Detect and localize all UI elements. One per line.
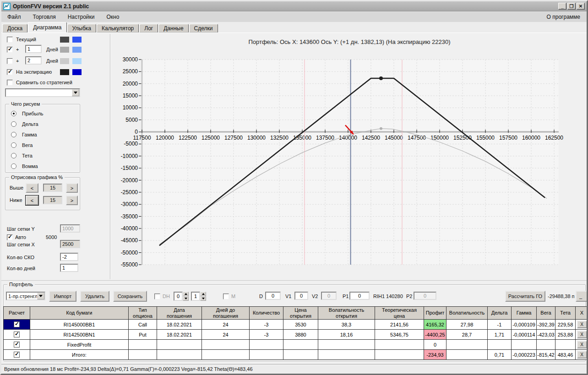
cell: 18.02.2021	[157, 320, 202, 330]
import-button[interactable]: Импорт	[49, 291, 76, 302]
v2-input[interactable]: 0	[321, 292, 337, 300]
cell: -3	[250, 330, 283, 340]
tab-calculator[interactable]: Калькулятор	[97, 24, 139, 33]
calc-cell[interactable]	[4, 330, 30, 340]
instrument-label: RIH1 140280	[373, 293, 403, 299]
calc-checkbox[interactable]	[14, 321, 20, 327]
strategy-select[interactable]: 1-пр.стренгл	[6, 292, 45, 300]
m-checkbox[interactable]	[223, 293, 229, 299]
cell: -392,39	[537, 320, 555, 330]
menu-about[interactable]: О программе	[540, 12, 587, 22]
radio-theta[interactable]	[11, 153, 16, 158]
d-input[interactable]: 0	[265, 292, 281, 300]
cell	[446, 350, 488, 360]
menu-bar: Файл Торговля Настройки Окно О программе	[1, 12, 587, 22]
render-below-increase-button[interactable]: >	[66, 196, 78, 205]
spin-up-icon	[200, 292, 206, 296]
series-expiration-color-swatch-1[interactable]	[60, 69, 69, 75]
dh-label: DH	[163, 293, 170, 299]
sko-count-input[interactable]: -2	[60, 253, 78, 261]
cell	[537, 340, 555, 350]
calc-margin-button[interactable]: Рассчитать ГО	[505, 291, 545, 302]
menu-window[interactable]: Окно	[101, 12, 125, 22]
series-current-checkbox[interactable]	[7, 37, 13, 43]
delete-cell[interactable]: X	[576, 320, 588, 330]
tab-trades[interactable]: Сделки	[189, 24, 218, 33]
calc-checkbox[interactable]	[14, 342, 20, 348]
table-row: RI142500BN1Put18.02.202124-3388018,16534…	[4, 330, 588, 340]
series-current-color-swatch-2[interactable]	[72, 37, 82, 43]
dropdown-arrow-icon[interactable]	[37, 293, 44, 299]
status-text: Время обновления 18 мс Profit=-234,93 De…	[4, 366, 253, 372]
delete-row-button[interactable]: X	[577, 341, 587, 348]
series-current-color-swatch-1[interactable]	[60, 37, 69, 43]
delete-row-button[interactable]: X	[577, 331, 587, 338]
delete-row-button[interactable]: X	[577, 321, 587, 328]
calc-cell[interactable]	[4, 320, 30, 330]
radio-vomma[interactable]	[11, 163, 16, 169]
days-count-input[interactable]: 1	[60, 264, 78, 272]
delete-row-button[interactable]: X	[577, 351, 587, 359]
v1-input[interactable]: 0	[294, 292, 308, 300]
menu-settings[interactable]: Настройки	[62, 12, 101, 22]
menu-file[interactable]: Файл	[1, 12, 27, 22]
series-plus2-color-swatch-1[interactable]	[60, 58, 69, 64]
render-above-decrease-button[interactable]: <	[26, 183, 38, 193]
radio-profit[interactable]	[11, 111, 16, 116]
series-plus1-days-input[interactable]: 1	[25, 45, 42, 53]
tab-smile[interactable]: Улыбка	[67, 24, 97, 33]
cell: FixedProfit	[30, 340, 129, 350]
series-expiration-checkbox[interactable]	[7, 69, 13, 75]
minimize-button[interactable]: _	[558, 3, 566, 10]
series-expiration-color-swatch-2[interactable]	[72, 69, 82, 75]
status-bar: Время обновления 18 мс Profit=-234,93 De…	[1, 364, 588, 374]
grid-step-x-input[interactable]: 2500	[60, 240, 80, 248]
series-plus1-color-swatch-2[interactable]	[72, 47, 82, 53]
radio-gamma[interactable]	[11, 132, 16, 137]
render-above-value[interactable]: 15	[43, 184, 62, 192]
p2-label: P2	[406, 293, 412, 299]
p1-input[interactable]: 0	[349, 292, 370, 300]
maximize-button[interactable]: ❐	[567, 3, 576, 10]
dh-spinner-1[interactable]: 0	[174, 292, 189, 301]
tab-diagram[interactable]: Диаграмма	[28, 22, 66, 33]
series-plus2-days-input[interactable]: 2	[25, 56, 42, 65]
grid-step-y-input[interactable]: 1000	[60, 224, 80, 233]
series-plus2-checkbox[interactable]	[7, 58, 13, 64]
delete-cell[interactable]: X	[576, 330, 588, 340]
delete-cell[interactable]: X	[576, 340, 588, 350]
dh-spinner-2[interactable]: 1	[191, 292, 206, 301]
delete-button[interactable]: Удалить	[80, 291, 109, 302]
calc-cell[interactable]	[4, 350, 30, 360]
tab-log[interactable]: Лог	[139, 24, 158, 33]
cell	[157, 350, 202, 360]
calc-cell[interactable]	[4, 340, 30, 350]
series-plus1-checkbox[interactable]	[7, 47, 13, 53]
cell: -423,03	[537, 330, 555, 340]
delete-cell[interactable]: X	[576, 350, 588, 360]
compare-strategy-select[interactable]	[5, 88, 80, 97]
auto-grid-checkbox[interactable]	[7, 234, 13, 240]
save-button[interactable]: Сохранить	[113, 291, 147, 302]
render-below-value[interactable]: 15	[43, 196, 62, 204]
draw-what-group: Чего рисуем ПрибыльДельтаГаммаВегаТетаВо…	[5, 104, 80, 173]
radio-vega[interactable]	[11, 142, 16, 148]
table-row: Итого:-234,930,71-0,000223-815,42483,46X	[4, 350, 588, 360]
render-below-decrease-button[interactable]: <	[26, 196, 38, 205]
menu-trading[interactable]: Торговля	[27, 12, 62, 22]
tab-data[interactable]: Данные	[158, 24, 188, 33]
dh-checkbox[interactable]	[154, 293, 160, 299]
tab-board[interactable]: Доска	[2, 24, 27, 33]
calc-checkbox[interactable]	[14, 352, 20, 358]
corner-button[interactable]: _	[576, 291, 588, 302]
calc-checkbox[interactable]	[14, 332, 20, 337]
series-plus2-color-swatch-2[interactable]	[72, 58, 82, 64]
profit-chart[interactable]: -55000-50000-45000-40000-35000-30000-250…	[111, 52, 588, 279]
radio-delta[interactable]	[11, 121, 16, 127]
compare-strategy-checkbox[interactable]	[7, 80, 13, 86]
p2-input[interactable]: 0	[414, 292, 436, 300]
series-plus1-color-swatch-1[interactable]	[60, 47, 69, 53]
dropdown-arrow-icon[interactable]	[72, 89, 79, 96]
close-button[interactable]: ✕	[577, 3, 585, 10]
render-above-increase-button[interactable]: >	[66, 183, 78, 193]
